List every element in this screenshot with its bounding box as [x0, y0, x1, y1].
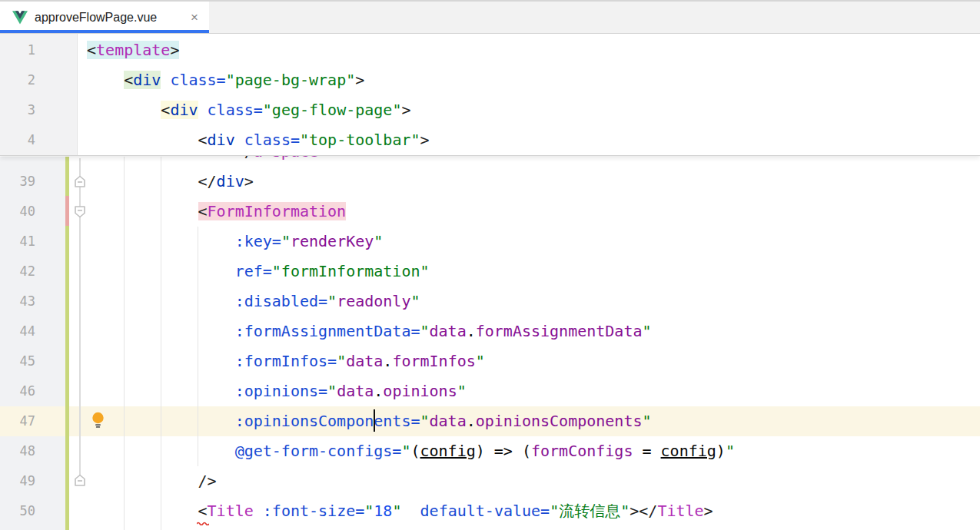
- fold-marker-up-icon[interactable]: [73, 175, 87, 188]
- code-area[interactable]: 38 </a-space>39 </div>40 <FormInformatio…: [0, 137, 980, 526]
- line-number[interactable]: 2: [0, 65, 35, 95]
- code-text: :opinionsComponents="data.opinionsCompon…: [87, 406, 652, 436]
- code-text: <div class="top-toolbar">: [87, 125, 430, 155]
- code-text: :formAssignmentData="data.formAssignment…: [87, 316, 652, 346]
- indent-guide: [198, 227, 198, 466]
- code-line-2[interactable]: 2 <div class="page-bg-wrap">: [0, 65, 980, 95]
- code-line-50[interactable]: 50 <Title :font-size="18" default-value=…: [0, 496, 980, 526]
- code-line-43[interactable]: 43 :disabled="readonly": [0, 287, 980, 316]
- tab-title: approveFlowPage.vue: [35, 11, 157, 25]
- line-number[interactable]: 42: [0, 257, 35, 287]
- tab-approveflowpage[interactable]: approveFlowPage.vue ×: [0, 2, 209, 33]
- code-line-3[interactable]: 3 <div class="geg-flow-page">: [0, 95, 980, 125]
- line-number[interactable]: 49: [0, 466, 35, 496]
- code-text: <div class="page-bg-wrap">: [87, 65, 364, 95]
- error-squiggle: [197, 521, 209, 525]
- code-line-48[interactable]: 48 @get-form-configs="(config) => (formC…: [0, 436, 980, 466]
- line-number[interactable]: 40: [0, 197, 35, 227]
- code-text: :key="renderKey": [87, 227, 383, 257]
- active-tab-underline: [0, 30, 209, 33]
- code-text: <FormInformation: [87, 197, 346, 227]
- sticky-lines-panel: 1<template>2 <div class="page-bg-wrap">3…: [0, 34, 980, 156]
- line-number[interactable]: 39: [0, 167, 35, 197]
- code-text: </div>: [87, 167, 254, 197]
- fold-marker-down-icon[interactable]: [73, 205, 87, 218]
- tab-close-icon[interactable]: ×: [191, 11, 198, 24]
- code-line-49[interactable]: 49 />: [0, 466, 980, 496]
- code-text: :opinions="data.opinions": [87, 376, 467, 406]
- code-text: @get-form-configs="(config) => (formConf…: [87, 436, 735, 466]
- line-number[interactable]: 4: [0, 125, 35, 155]
- line-number[interactable]: 1: [0, 35, 35, 65]
- line-number[interactable]: 46: [0, 376, 35, 406]
- code-line-41[interactable]: 41 :key="renderKey": [0, 227, 980, 257]
- fold-marker-up-icon[interactable]: [73, 474, 87, 487]
- vue-logo-icon: [12, 11, 28, 25]
- sticky-code-area[interactable]: 1<template>2 <div class="page-bg-wrap">3…: [0, 35, 980, 155]
- code-line-42[interactable]: 42 ref="formInformation": [0, 257, 980, 287]
- line-number[interactable]: 44: [0, 316, 35, 346]
- code-line-44[interactable]: 44 :formAssignmentData="data.formAssignm…: [0, 316, 980, 346]
- ide-window: approveFlowPage.vue × 38 </a-space>39 </…: [0, 0, 980, 530]
- code-line-1[interactable]: 1<template>: [0, 35, 980, 65]
- line-number[interactable]: 47: [0, 406, 35, 436]
- line-number[interactable]: 45: [0, 346, 35, 376]
- code-text: :disabled="readonly": [87, 287, 420, 316]
- code-text: />: [87, 466, 217, 496]
- code-line-40[interactable]: 40 <FormInformation: [0, 197, 980, 227]
- text-caret: [374, 409, 375, 432]
- code-text: :formInfos="data.formInfos": [87, 346, 485, 376]
- code-line-4[interactable]: 4 <div class="top-toolbar">: [0, 125, 980, 155]
- code-line-47[interactable]: 47 :opinionsComponents="data.opinionsCom…: [0, 406, 980, 436]
- code-line-39[interactable]: 39 </div>: [0, 167, 980, 197]
- lightbulb-icon[interactable]: [91, 412, 105, 429]
- code-line-45[interactable]: 45 :formInfos="data.formInfos": [0, 346, 980, 376]
- code-text: <Title :font-size="18" default-value="流转…: [87, 496, 713, 526]
- vcs-deleted-marker[interactable]: [65, 196, 69, 226]
- code-text: <template>: [87, 35, 179, 65]
- indent-guide: [124, 157, 125, 530]
- code-line-46[interactable]: 46 :opinions="data.opinions": [0, 376, 980, 406]
- editor-tab-bar: approveFlowPage.vue ×: [0, 0, 980, 34]
- code-text: <div class="geg-flow-page">: [87, 95, 410, 125]
- line-number[interactable]: 41: [0, 227, 35, 257]
- line-number[interactable]: 48: [0, 436, 35, 466]
- line-number[interactable]: 43: [0, 287, 35, 316]
- line-number[interactable]: 50: [0, 496, 35, 526]
- indent-guide: [161, 157, 161, 530]
- line-number[interactable]: 3: [0, 95, 35, 125]
- code-text: ref="formInformation": [87, 257, 430, 287]
